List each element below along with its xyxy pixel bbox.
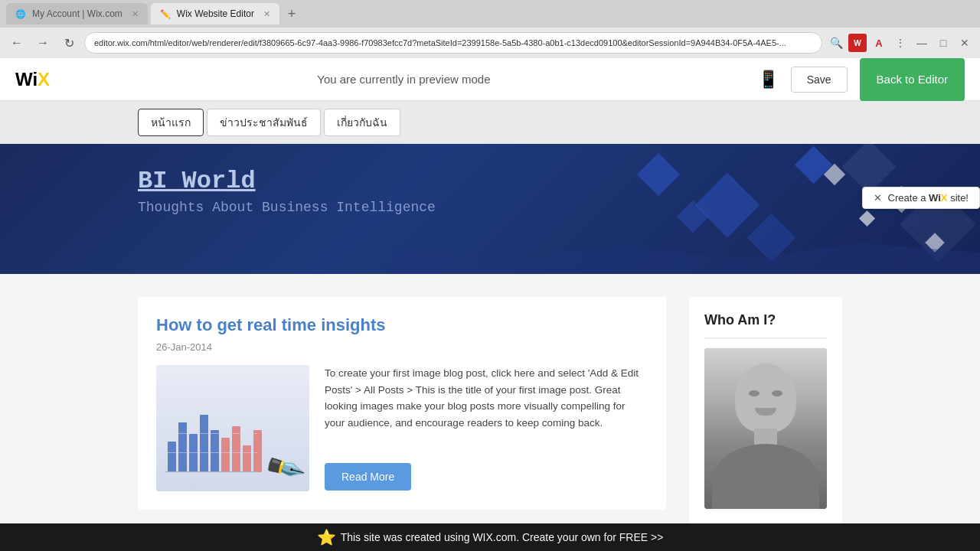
sidebar: Who Am I? I: [689, 297, 842, 551]
sidebar-title: Who Am I?: [704, 312, 827, 339]
sidebar-photo: [704, 348, 827, 509]
tab-close-1[interactable]: ✕: [132, 9, 139, 19]
site-navigation: หน้าแรก ข่าวประชาสัมพันธ์ เกี่ยวกับฉัน: [0, 101, 980, 144]
bottom-wix-banner[interactable]: ⭐ This site was created using WIX.com. C…: [0, 523, 980, 551]
tab-label: Wix Website Editor: [177, 8, 254, 19]
forward-nav-button[interactable]: →: [32, 32, 54, 54]
wix-create-banner: ✕ Create a WiX site!: [862, 187, 980, 209]
post-date-1: 26-Jan-2014: [156, 341, 648, 353]
website-preview: ✕ Create a WiX site! หน้าแรก ข่าวประชาสั…: [0, 101, 980, 551]
reload-button[interactable]: ↻: [58, 32, 80, 54]
banner-close-icon[interactable]: ✕: [874, 192, 882, 204]
post-text-1: To create your first image blog post, cl…: [325, 365, 648, 491]
save-button[interactable]: Save: [791, 67, 848, 93]
sidebar-card: Who Am I? I: [689, 297, 842, 551]
minimize-icon[interactable]: —: [913, 34, 931, 52]
nav-news[interactable]: ข่าวประชาสัมพันธ์: [207, 109, 321, 136]
editor-bar: WiX You are currently in preview mode 📱 …: [0, 58, 980, 101]
post-body-1: ✒️ To create your first image blog post,…: [156, 365, 648, 491]
wix-star-icon: ⭐: [317, 528, 336, 546]
read-more-button-1[interactable]: Read More: [325, 463, 411, 491]
wix-ext-icon[interactable]: W: [848, 34, 867, 52]
hero-shapes: [392, 144, 980, 274]
tab-close-2[interactable]: ✕: [263, 9, 270, 19]
back-nav-button[interactable]: ←: [6, 32, 28, 54]
url-text: editor.wix.com/html/editor/web/renderer/…: [94, 38, 786, 47]
maximize-icon[interactable]: □: [934, 34, 952, 52]
pdf-icon[interactable]: A: [870, 34, 888, 52]
tab-label: My Account | Wix.com: [32, 8, 122, 19]
nav-news-label: ข่าวประชาสัมพันธ์: [220, 116, 308, 129]
hero-banner: BI World Thoughts About Business Intelli…: [0, 144, 980, 274]
tab-wixeditor[interactable]: ✏️ Wix Website Editor ✕: [151, 3, 279, 24]
blog-posts-section: How to get real time insights 26-Jan-201…: [138, 297, 666, 551]
bottom-banner-text: This site was created using WIX.com. Cre…: [341, 531, 664, 543]
mobile-preview-icon[interactable]: 📱: [758, 70, 779, 90]
nav-about-label: เกี่ยวกับฉัน: [337, 116, 387, 129]
search-icon[interactable]: 🔍: [827, 34, 845, 52]
tab-bar: 🌐 My Account | Wix.com ✕ ✏️ Wix Website …: [0, 0, 980, 28]
browser-chrome: 🌐 My Account | Wix.com ✕ ✏️ Wix Website …: [0, 0, 980, 58]
nav-home[interactable]: หน้าแรก: [138, 109, 204, 136]
close-icon[interactable]: ✕: [956, 34, 974, 52]
nav-about[interactable]: เกี่ยวกับฉัน: [324, 109, 400, 136]
preview-mode-text: You are currently in preview mode: [317, 73, 490, 86]
browser-icons: 🔍 W A ⋮ — □ ✕: [827, 34, 974, 52]
post-image-1: ✒️: [156, 365, 309, 491]
address-bar: ← → ↻ editor.wix.com/html/editor/web/ren…: [0, 28, 980, 58]
url-bar[interactable]: editor.wix.com/html/editor/web/renderer/…: [84, 32, 822, 54]
hero-title: BI World: [138, 167, 436, 195]
hero-subtitle: Thoughts About Business Intelligence: [138, 200, 436, 215]
nav-home-label: หน้าแรก: [151, 116, 191, 129]
hero-text: BI World Thoughts About Business Intelli…: [138, 167, 436, 215]
extensions-icon[interactable]: ⋮: [891, 34, 910, 52]
editor-bar-right: 📱 Save Back to Editor: [758, 58, 965, 101]
tab-myaccount[interactable]: 🌐 My Account | Wix.com ✕: [6, 3, 148, 24]
main-content: How to get real time insights 26-Jan-201…: [0, 274, 980, 551]
back-to-editor-button[interactable]: Back to Editor: [860, 58, 965, 101]
banner-text: Create a WiX site!: [888, 192, 969, 204]
post-title-1[interactable]: How to get real time insights: [156, 315, 648, 335]
post-card-1: How to get real time insights 26-Jan-201…: [138, 297, 666, 510]
chart-visual: ✒️: [156, 365, 309, 491]
wix-logo: WiX: [15, 69, 50, 90]
new-tab-button[interactable]: +: [283, 5, 301, 23]
